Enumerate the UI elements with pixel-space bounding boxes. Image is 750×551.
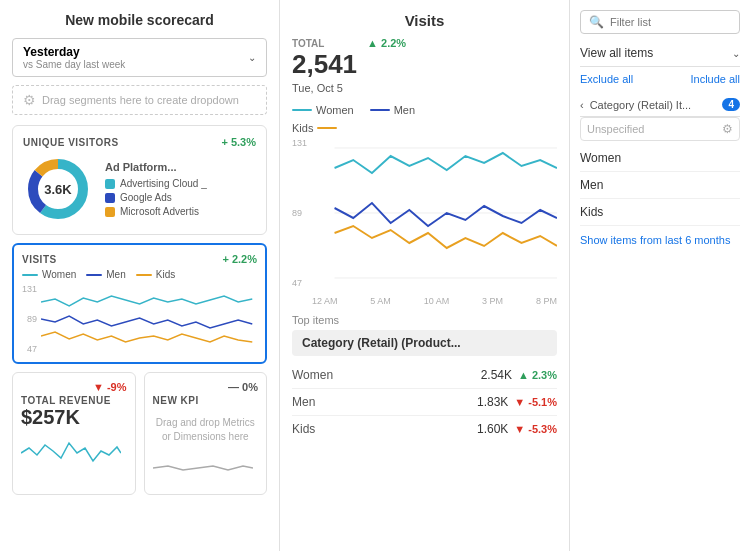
new-kpi-sparkline [153, 448, 253, 483]
data-table: Women 2.54K ▲ 2.3% Men 1.83K ▼ -5.1% Kid… [292, 362, 557, 442]
main-legend-men: Men [370, 104, 415, 116]
unique-visitors-title: UNIQUE VISITORS [23, 137, 119, 148]
right-panel: 🔍 View all items ⌄ Exclude all Include a… [570, 0, 750, 551]
filter-item-kids[interactable]: Kids [580, 199, 740, 226]
view-all-label: View all items [580, 46, 653, 60]
main-chart: 131 89 47 [292, 138, 557, 288]
date-label: Yesterday [23, 45, 125, 59]
panel-title: New mobile scorecard [12, 12, 267, 28]
table-row-men: Men 1.83K ▼ -5.1% [292, 389, 557, 416]
main-chart-legends: Women Men [292, 104, 557, 116]
revenue-title: TOTAL REVENUE [21, 395, 127, 406]
legend-title: Ad Platform... [105, 161, 207, 173]
visits-mini-card: VISITS + 2.2% Women Men Kids 131 89 47 [12, 243, 267, 364]
donut-legend: Ad Platform... Advertising Cloud _ Googl… [105, 161, 207, 217]
filter-item-men[interactable]: Men [580, 172, 740, 199]
legend-women: Women [22, 269, 76, 280]
top-items-label: Top items [292, 314, 557, 326]
visits-mini-svg [41, 284, 257, 354]
unique-visitors-card: UNIQUE VISITORS + 5.3% 3.6K Ad Platform.… [12, 125, 267, 235]
search-icon: 🔍 [589, 15, 604, 29]
total-badge: ▲ 2.2% [367, 37, 406, 49]
legend-item-1: Google Ads [105, 192, 207, 203]
date-selector[interactable]: Yesterday vs Same day last week ⌄ [12, 38, 267, 77]
left-panel: New mobile scorecard Yesterday vs Same d… [0, 0, 280, 551]
new-kpi-drag-text: Drag and drop Metrics or Dimensions here [153, 416, 259, 444]
exclude-all-link[interactable]: Exclude all [580, 73, 633, 85]
filter-input-container[interactable]: 🔍 [580, 10, 740, 34]
date-sub: vs Same day last week [23, 59, 125, 70]
include-all-link[interactable]: Include all [690, 73, 740, 85]
visits-main-title: Visits [292, 12, 557, 29]
drag-segment-area[interactable]: ⚙ Drag segments here to create dropdown [12, 85, 267, 115]
count-badge: 4 [722, 98, 740, 111]
bottom-cards: ▼ -9% TOTAL REVENUE $257K — 0% NEW KPI D… [12, 372, 267, 495]
total-value: 2,541 [292, 49, 357, 80]
legend-kids: Kids [136, 269, 175, 280]
main-y-axis: 131 89 47 [292, 138, 307, 288]
new-kpi-title: NEW KPI [153, 395, 259, 406]
visits-date: Tue, Oct 5 [292, 82, 557, 94]
x-axis-labels: 12 AM 5 AM 10 AM 3 PM 8 PM [292, 296, 557, 306]
main-chart-svg [292, 138, 557, 288]
visits-mini-title: VISITS [22, 254, 57, 265]
revenue-sparkline [21, 433, 121, 468]
visits-mini-badge: + 2.2% [222, 253, 257, 265]
middle-panel: Visits TOTAL 2,541 ▲ 2.2% Tue, Oct 5 Wom… [280, 0, 570, 551]
table-row-kids: Kids 1.60K ▼ -5.3% [292, 416, 557, 442]
y-axis: 131 89 47 [22, 284, 39, 354]
category-tag-row[interactable]: ‹ Category (Retail) It... 4 [580, 93, 740, 117]
filter-input[interactable] [610, 16, 731, 28]
filter-item-women[interactable]: Women [580, 145, 740, 172]
donut-value: 3.6K [44, 182, 71, 197]
legend-men: Men [86, 269, 125, 280]
unspecified-text: Unspecified [587, 123, 644, 135]
revenue-badge: ▼ -9% [93, 381, 127, 393]
visits-mini-chart-area: 131 89 47 [22, 284, 257, 354]
gear-icon[interactable]: ⚙ [722, 122, 733, 136]
settings-icon: ⚙ [23, 92, 36, 108]
main-legend-women: Women [292, 104, 354, 116]
unique-visitors-badge: + 5.3% [221, 136, 256, 148]
category-tag-text: Category (Retail) It... [590, 99, 717, 111]
table-row-women: Women 2.54K ▲ 2.3% [292, 362, 557, 389]
unspecified-row: Unspecified ⚙ [580, 117, 740, 141]
category-bar[interactable]: Category (Retail) (Product... [292, 330, 557, 356]
new-kpi-badge: — 0% [228, 381, 258, 393]
chevron-down-icon: ⌄ [248, 52, 256, 63]
revenue-card: ▼ -9% TOTAL REVENUE $257K [12, 372, 136, 495]
chevron-left-icon: ‹ [580, 99, 584, 111]
view-all-row[interactable]: View all items ⌄ [580, 42, 740, 67]
revenue-value: $257K [21, 406, 127, 429]
total-label: TOTAL [292, 38, 357, 49]
visits-mini-legend: Women Men Kids [22, 269, 257, 280]
drag-text: Drag segments here to create dropdown [42, 94, 239, 106]
exclude-include-row: Exclude all Include all [580, 73, 740, 85]
show-months-link[interactable]: Show items from last 6 months [580, 234, 740, 246]
legend-item-2: Microsoft Advertis [105, 206, 207, 217]
legend-item-0: Advertising Cloud _ [105, 178, 207, 189]
chevron-down-icon: ⌄ [732, 48, 740, 59]
new-kpi-card: — 0% NEW KPI Drag and drop Metrics or Di… [144, 372, 268, 495]
kids-legend-label: Kids [292, 122, 313, 134]
donut-chart: 3.6K [23, 154, 93, 224]
